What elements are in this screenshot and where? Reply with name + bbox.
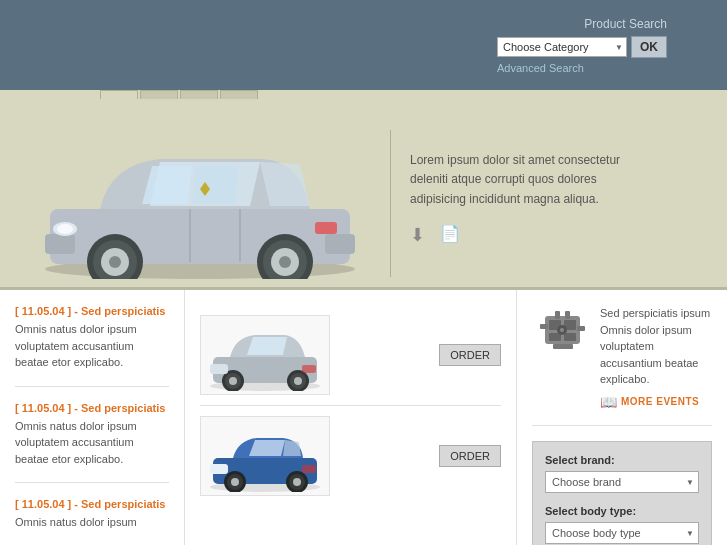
right-column: Sed perspiciatis ipsum Omnis dolor ipsum… <box>517 290 727 545</box>
listing-1-spacer <box>340 355 429 356</box>
svg-point-17 <box>279 256 291 268</box>
body-select-wrapper: Choose body type Sedan SUV Hatchback Cou… <box>545 522 699 544</box>
event-text-block: Sed perspiciatis ipsum Omnis dolor ipsum… <box>600 305 712 410</box>
engine-image <box>532 305 592 355</box>
middle-column: ORDER <box>185 290 517 545</box>
hero-tab-4[interactable] <box>220 90 258 99</box>
news-item-3-title[interactable]: [ 11.05.04 ] - Sed perspiciatis <box>15 498 169 510</box>
brand-filter-label: Select brand: <box>545 454 699 466</box>
hero-icons: ⬇ 📄 <box>410 224 707 246</box>
svg-rect-38 <box>302 465 316 473</box>
header: Product Search Choose Category Cars SUVs… <box>0 0 727 90</box>
svg-point-23 <box>229 377 237 385</box>
svg-rect-28 <box>302 365 316 373</box>
hero-tab-3[interactable] <box>180 90 218 99</box>
search-row: Choose Category Cars SUVs Trucks Parts O… <box>497 36 667 58</box>
svg-rect-37 <box>210 464 228 474</box>
news-item-1-title[interactable]: [ 11.05.04 ] - Sed perspiciatis <box>15 305 169 317</box>
svg-point-5 <box>57 224 73 234</box>
svg-rect-6 <box>315 222 337 234</box>
filter-panel: Select brand: Choose brand Audi BMW Ford… <box>532 441 712 546</box>
svg-point-50 <box>560 328 564 332</box>
car-listing-2: ORDER <box>200 406 501 506</box>
news-item-1: [ 11.05.04 ] - Sed perspiciatis Omnis na… <box>15 305 169 387</box>
svg-rect-42 <box>549 333 561 341</box>
car-listing-1: ORDER <box>200 305 501 406</box>
body-select[interactable]: Choose body type Sedan SUV Hatchback Cou… <box>545 522 699 544</box>
brand-select-wrapper: Choose brand Audi BMW Ford Renault Toyot… <box>545 471 699 493</box>
hero-text-area: Lorem ipsum dolor sit amet consectetur d… <box>390 111 727 266</box>
svg-rect-47 <box>565 311 570 319</box>
svg-rect-45 <box>577 326 585 331</box>
svg-rect-3 <box>325 234 355 254</box>
svg-rect-48 <box>553 344 573 349</box>
more-events-row: 📖 MORE EVENTS <box>600 394 712 410</box>
svg-rect-44 <box>540 324 548 329</box>
ok-button[interactable]: OK <box>631 36 667 58</box>
hero-section: Lorem ipsum dolor sit amet consectetur d… <box>0 90 727 290</box>
hero-tab-2[interactable] <box>140 90 178 99</box>
svg-rect-2 <box>45 234 75 254</box>
news-item-1-body: Omnis natus dolor ipsum voluptatem accus… <box>15 321 169 371</box>
event-description: Sed perspiciatis ipsum Omnis dolor ipsum… <box>600 305 712 388</box>
left-column: [ 11.05.04 ] - Sed perspiciatis Omnis na… <box>0 290 185 545</box>
product-search-panel: Product Search Choose Category Cars SUVs… <box>497 17 667 74</box>
category-select-wrapper: Choose Category Cars SUVs Trucks Parts <box>497 37 627 57</box>
listing-2-spacer <box>340 456 429 457</box>
svg-rect-43 <box>564 333 576 341</box>
body-filter-label: Select body type: <box>545 505 699 517</box>
svg-rect-46 <box>555 311 560 319</box>
document-icon[interactable]: 📄 <box>440 224 460 246</box>
car-listing-2-image <box>200 416 330 496</box>
news-item-3: [ 11.05.04 ] - Sed perspiciatis Omnis na… <box>15 498 169 545</box>
hero-car-image <box>10 106 390 286</box>
car-listing-1-image <box>200 315 330 395</box>
more-events-link[interactable]: MORE EVENTS <box>621 396 699 407</box>
news-item-3-body: Omnis natus dolor ipsum <box>15 514 169 531</box>
hero-tab-1[interactable] <box>100 90 138 99</box>
product-search-title: Product Search <box>497 17 667 31</box>
hero-divider <box>390 130 391 277</box>
svg-point-36 <box>293 478 301 486</box>
advanced-search-link[interactable]: Advanced Search <box>497 62 667 74</box>
svg-point-26 <box>294 377 302 385</box>
hero-tabs <box>0 90 727 99</box>
main-content: [ 11.05.04 ] - Sed perspiciatis Omnis na… <box>0 290 727 545</box>
svg-point-13 <box>109 256 121 268</box>
order-button-2[interactable]: ORDER <box>439 445 501 467</box>
news-item-2-title[interactable]: [ 11.05.04 ] - Sed perspiciatis <box>15 402 169 414</box>
book-icon: 📖 <box>600 394 617 410</box>
svg-point-33 <box>231 478 239 486</box>
news-item-2: [ 11.05.04 ] - Sed perspiciatis Omnis na… <box>15 402 169 484</box>
brand-select[interactable]: Choose brand Audi BMW Ford Renault Toyot… <box>545 471 699 493</box>
event-block: Sed perspiciatis ipsum Omnis dolor ipsum… <box>532 305 712 426</box>
category-select[interactable]: Choose Category Cars SUVs Trucks Parts <box>497 37 627 57</box>
download-icon[interactable]: ⬇ <box>410 224 425 246</box>
news-item-2-body: Omnis natus dolor ipsum voluptatem accus… <box>15 418 169 468</box>
hero-description: Lorem ipsum dolor sit amet consectetur d… <box>410 151 650 209</box>
svg-rect-27 <box>210 364 228 374</box>
order-button-1[interactable]: ORDER <box>439 344 501 366</box>
